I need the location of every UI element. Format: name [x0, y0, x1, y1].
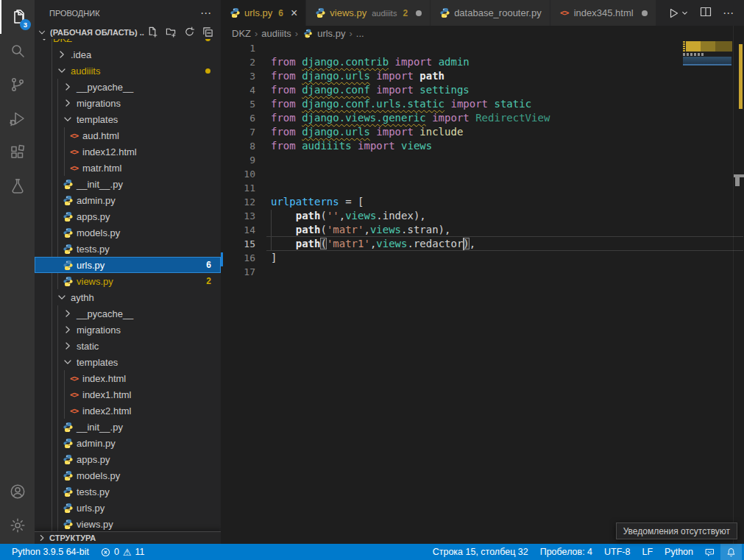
- tree-item-pycache[interactable]: __pycache__: [35, 79, 221, 95]
- code-line-1[interactable]: 1: [221, 41, 734, 55]
- python-file-icon: [62, 486, 74, 497]
- activity-accounts[interactable]: [0, 475, 35, 508]
- code-line-12[interactable]: 12urlpatterns = [: [221, 195, 734, 209]
- tree-item-static[interactable]: static: [35, 338, 221, 354]
- action-new-file[interactable]: [147, 26, 158, 39]
- activity-manage[interactable]: [0, 508, 35, 542]
- close-icon[interactable]: ×: [291, 7, 297, 19]
- tab-views-py[interactable]: views.pyaudiiits2: [306, 0, 431, 26]
- activity-extensions[interactable]: [0, 135, 35, 169]
- tree-item-matr-html[interactable]: <>matr.html: [35, 160, 221, 176]
- tree-item-index1-html[interactable]: <>index1.html: [35, 386, 221, 403]
- python-file-icon: [62, 276, 74, 287]
- tree-item-tests-py[interactable]: tests.py: [35, 241, 221, 257]
- code-line-5[interactable]: 5from django.conf.urls.static import sta…: [221, 97, 734, 111]
- status-encoding[interactable]: UTF-8: [598, 544, 636, 560]
- tree-item-templates[interactable]: templates: [35, 354, 221, 370]
- tree-item-migrations[interactable]: migrations: [35, 95, 221, 111]
- breadcrumb-item-urls-py[interactable]: urls.py: [302, 28, 345, 39]
- tree-item-idea[interactable]: .idea: [35, 46, 221, 63]
- status-language-mode[interactable]: Python: [659, 544, 699, 560]
- code-line-13[interactable]: 13 path('',views.index),: [221, 209, 734, 223]
- tree-item-templates[interactable]: templates: [35, 111, 221, 127]
- explorer-more-actions-icon[interactable]: ⋯: [200, 7, 212, 20]
- action-new-folder[interactable]: [166, 26, 177, 39]
- code-line-7[interactable]: 7from django.urls import include: [221, 125, 734, 139]
- tree-item-urls-py[interactable]: urls.py: [35, 500, 221, 516]
- code-line-17[interactable]: 17: [221, 265, 734, 279]
- python-file-icon: [62, 519, 74, 530]
- tree-item-models-py[interactable]: models.py: [35, 467, 221, 483]
- outline-section-header[interactable]: СТРУКТУРА: [35, 531, 221, 544]
- breadcrumb-item-item[interactable]: ...: [356, 28, 364, 39]
- activity-badge: 3: [20, 19, 31, 30]
- activity-source-control[interactable]: [0, 68, 35, 102]
- code-line-2[interactable]: 2from django.contrib import admin: [221, 55, 734, 69]
- workspace-section-header[interactable]: (РАБОЧАЯ ОБЛАСТЬ) ...: [35, 26, 221, 39]
- tree-item-apps-py[interactable]: apps.py: [35, 451, 221, 467]
- tree-item-tests-py[interactable]: tests.py: [35, 483, 221, 500]
- tree-item-dkz[interactable]: DKZ: [35, 39, 221, 46]
- breadcrumb-item-dkz[interactable]: DKZ: [232, 28, 251, 39]
- scrollbar-thumb[interactable]: [735, 177, 740, 186]
- code-line-15[interactable]: 15 path('matr1',views.redactor),: [221, 237, 734, 251]
- code-line-4[interactable]: 4from django.conf import settings: [221, 83, 734, 97]
- python-interpreter-status[interactable]: Python 3.9.5 64-bit: [6, 544, 95, 560]
- code-line-14[interactable]: 14 path('matr',views.stran),: [221, 223, 734, 237]
- tree-item-init-py[interactable]: __init__.py: [35, 419, 221, 435]
- feedback-button[interactable]: [699, 544, 720, 560]
- tree-item-urls-py[interactable]: urls.py6: [35, 257, 221, 273]
- code-line-9[interactable]: 9: [221, 153, 734, 167]
- chevron-down-icon: [62, 113, 74, 125]
- code-editor[interactable]: 12from django.contrib import admin3from …: [221, 40, 734, 544]
- activity-run-and-debug[interactable]: [0, 102, 35, 135]
- error-icon: [101, 547, 110, 557]
- problems-status[interactable]: 0⚠11: [95, 544, 151, 560]
- tab-urls-py[interactable]: urls.py6×: [221, 0, 306, 26]
- more-actions-button[interactable]: ⋯: [723, 7, 734, 20]
- tree-item-views-py[interactable]: views.py: [35, 516, 221, 531]
- activity-testing[interactable]: [0, 169, 35, 203]
- tree-item-index12-html[interactable]: <>index12.html: [35, 143, 221, 160]
- status-cursor-position[interactable]: Строка 15, столбец 32: [427, 544, 534, 560]
- tab-database-roouter-py[interactable]: database_roouter.py: [431, 0, 550, 26]
- modified-dot-icon[interactable]: [642, 10, 648, 16]
- breadcrumb-label: ...: [356, 28, 364, 39]
- tree-item-views-py[interactable]: views.py2: [35, 273, 221, 289]
- action-refresh[interactable]: [184, 26, 195, 39]
- tree-item-admin-py[interactable]: admin.py: [35, 435, 221, 451]
- activity-search[interactable]: [0, 34, 35, 68]
- activity-explorer[interactable]: 3: [0, 0, 35, 34]
- code-line-16[interactable]: 16]: [221, 251, 734, 265]
- code-line-10[interactable]: 10: [221, 167, 734, 181]
- tree-item-index2-html[interactable]: <>index2.html: [35, 403, 221, 419]
- tree-item-admin-py[interactable]: admin.py: [35, 192, 221, 208]
- tree-item-index-html[interactable]: <>index.html: [35, 370, 221, 386]
- status-eol[interactable]: LF: [636, 544, 659, 560]
- status-indentation[interactable]: Пробелов: 4: [534, 544, 598, 560]
- code-line-3[interactable]: 3from django.urls import path: [221, 69, 734, 83]
- html-file-icon: <>: [68, 132, 80, 140]
- code-line-11[interactable]: 11: [221, 181, 734, 195]
- tree-item-migrations[interactable]: migrations: [35, 322, 221, 338]
- tab-index345-html[interactable]: <>index345.html: [550, 0, 656, 26]
- code-text: urlpatterns = [: [255, 195, 364, 209]
- tree-item-aythh[interactable]: aythh: [35, 289, 221, 305]
- tree-item-apps-py[interactable]: apps.py: [35, 208, 221, 224]
- tree-item-label: index2.html: [82, 405, 131, 417]
- modified-dot-icon[interactable]: [416, 10, 422, 16]
- tree-item-aud-html[interactable]: <>aud.html: [35, 127, 221, 143]
- code-line-8[interactable]: 8from audiiits import views: [221, 139, 734, 153]
- split-editor-button[interactable]: [700, 6, 712, 21]
- run-button[interactable]: [667, 7, 689, 20]
- breadcrumb-item-audiiits[interactable]: audiiits: [261, 28, 291, 39]
- line-number: 15: [221, 237, 255, 251]
- tree-item-init-py[interactable]: __init__.py: [35, 176, 221, 192]
- notifications-bell-button[interactable]: [720, 544, 742, 560]
- tree-item-pycache[interactable]: __pycache__: [35, 305, 221, 322]
- code-line-6[interactable]: 6from django.views.generic import Redire…: [221, 111, 734, 125]
- action-collapse-all[interactable]: [202, 26, 213, 39]
- tree-item-models-py[interactable]: models.py: [35, 224, 221, 241]
- tree-item-audiiits[interactable]: audiiits: [35, 63, 221, 79]
- tree-item-label: index.html: [82, 373, 126, 384]
